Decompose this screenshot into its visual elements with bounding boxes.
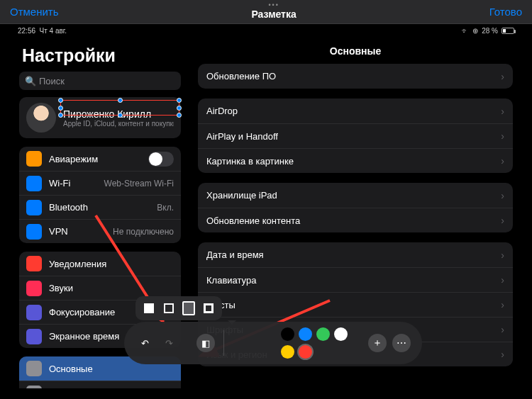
row-label: Пункт управления (49, 388, 174, 388)
sidebar-item-wi-fi[interactable]: Wi-FiWeb-Stream Wi-Fi (19, 171, 181, 195)
chevron-right-icon: › (501, 299, 504, 310)
chevron-right-icon: › (501, 215, 504, 226)
shape-square-outline[interactable] (162, 302, 175, 315)
chevron-right-icon: › (501, 274, 504, 286)
color-green[interactable] (316, 327, 330, 341)
profile-row[interactable]: Пироженко Кирилл Apple ID, iCloud, конте… (19, 97, 181, 138)
title-text: Разметка (251, 9, 296, 20)
chevron-right-icon: › (501, 130, 504, 142)
chevron-right-icon: › (501, 349, 504, 360)
profile-subtitle: Apple ID, iCloud, контент и покупки (63, 120, 174, 128)
avatar (26, 103, 56, 133)
color-black[interactable] (281, 327, 294, 341)
detail-row-label: Дата и время (206, 249, 264, 260)
color-yellow[interactable] (281, 345, 294, 359)
row-label: Bluetooth (49, 202, 150, 213)
cancel-button[interactable]: Отменить (10, 6, 59, 18)
search-placeholder: Поиск (39, 76, 65, 86)
detail-row-обновление-по[interactable]: Обновление ПО› (198, 64, 513, 89)
color-blue[interactable] (299, 327, 312, 341)
detail-row-airplay-и-handoff[interactable]: AirPlay и Handoff› (198, 123, 513, 148)
detail-row-дата-и-время[interactable]: Дата и время› (198, 242, 513, 267)
row-label: Wi-Fi (49, 178, 97, 189)
search-input[interactable]: 🔍 Поиск (19, 72, 181, 90)
undo-button[interactable]: ↶ (135, 334, 154, 352)
wifi-icon: ᯤ (462, 27, 469, 35)
bell-icon (26, 256, 42, 271)
detail-row-airdrop[interactable]: AirDrop› (198, 99, 513, 123)
hourglass-icon (26, 329, 42, 344)
more-button[interactable]: ⋯ (392, 334, 411, 352)
chevron-right-icon: › (501, 155, 504, 167)
grabber-icon: ••• (251, 4, 296, 7)
shape-square-filled[interactable] (143, 302, 155, 315)
chevron-right-icon: › (501, 71, 504, 82)
search-icon: 🔍 (25, 76, 36, 86)
chevron-right-icon: › (501, 106, 504, 117)
redo-button: ↷ (160, 334, 178, 352)
chevron-right-icon: › (501, 324, 504, 335)
shape-square-thick[interactable] (202, 302, 215, 315)
airplane-icon (26, 151, 42, 167)
detail-row-label: Клавиатура (206, 275, 256, 286)
sidebar-item-авиарежим[interactable]: Авиарежим (19, 147, 181, 171)
wifi-icon (26, 176, 42, 191)
chevron-right-icon: › (501, 190, 504, 201)
color-red[interactable] (299, 345, 312, 359)
status-right: ᯤ ⊕ 28 % (462, 27, 514, 35)
shapes-button[interactable]: ◧ (196, 334, 215, 352)
vpn-icon (26, 224, 42, 240)
row-value: Web-Stream Wi-Fi (104, 179, 174, 189)
sliders-icon (26, 386, 42, 389)
color-white[interactable] (334, 327, 348, 341)
detail-row-label: Обновление контента (206, 215, 300, 226)
gear-icon (26, 361, 42, 376)
detail-row-обновление-контента[interactable]: Обновление контента› (198, 208, 513, 232)
moon-icon (26, 305, 42, 320)
screenshot-canvas[interactable]: 22:56 Чт 4 авг. ᯤ ⊕ 28 % Настройки 🔍 Пои… (11, 24, 521, 388)
detail-title: Основные (198, 37, 513, 64)
markup-toolbar: ↶ ↷ ◧ ＋ ⋯ (124, 322, 422, 364)
color-palette (281, 327, 362, 359)
detail-row-label: AirDrop (206, 106, 238, 116)
row-value: Вкл. (157, 203, 174, 213)
sidebar-item-пункт-управления[interactable]: Пункт управления (19, 381, 181, 388)
detail-row-label: Картинка в картинке (206, 156, 294, 167)
chevron-right-icon: › (501, 249, 504, 261)
add-button[interactable]: ＋ (368, 334, 387, 352)
detail-row-хранилище-ipad[interactable]: Хранилище iPad› (198, 183, 513, 208)
row-label: Основные (49, 364, 174, 374)
title: ••• Разметка (251, 4, 296, 20)
detail-row-клавиатура[interactable]: Клавиатура› (198, 267, 513, 292)
toggle[interactable] (148, 152, 174, 167)
done-button[interactable]: Готово (489, 6, 522, 18)
settings-heading: Настройки (22, 45, 181, 66)
detail-row-картинка-в-картинке[interactable]: Картинка в картинке› (198, 148, 513, 173)
shape-square-rounded[interactable] (182, 302, 195, 315)
speaker-icon (26, 281, 42, 296)
row-label: Авиарежим (49, 154, 141, 164)
battery-icon (501, 28, 514, 34)
markup-selection-rect[interactable] (60, 100, 179, 116)
shape-picker[interactable] (135, 296, 222, 320)
detail-row-label: Хранилище iPad (206, 190, 277, 201)
detail-row-label: AirPlay и Handoff (206, 131, 278, 142)
status-time: 22:56 Чт 4 авг. (18, 27, 67, 35)
detail-row-label: Обновление ПО (206, 71, 276, 82)
bluetooth-icon (26, 200, 42, 215)
